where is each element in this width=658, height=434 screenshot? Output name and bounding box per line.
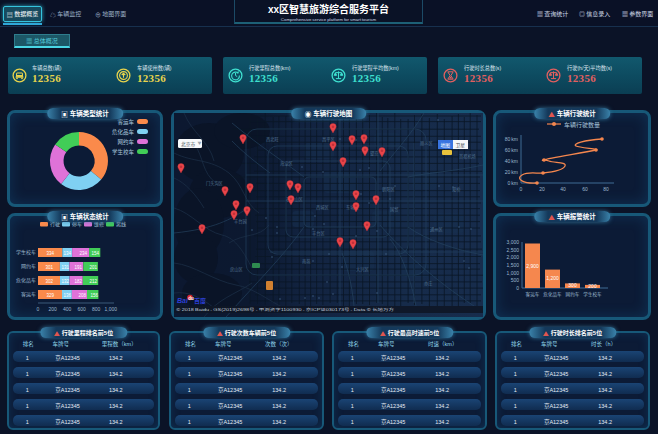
svg-text:望京: 望京 [370, 150, 378, 157]
svg-text:危化品车: 危化品车 [112, 128, 135, 136]
svg-text:1,500: 1,500 [506, 261, 519, 268]
svg-text:0 km: 0 km [507, 179, 518, 186]
svg-text:学生校车: 学生校车 [112, 148, 135, 156]
svg-text:0: 0 [520, 185, 523, 192]
svg-text:302: 302 [45, 278, 53, 284]
svg-text:学生校车: 学生校车 [583, 291, 602, 298]
svg-text:▼: ▼ [198, 140, 202, 146]
svg-text:门头沟区: 门头沟区 [206, 180, 223, 187]
svg-text:网约车: 网约车 [117, 138, 134, 146]
svg-text:© 2018 Baidu - GS(2019)2698号 -: © 2018 Baidu - GS(2019)2698号 - 甲测资字11009… [176, 306, 394, 312]
svg-text:2,900: 2,900 [526, 262, 539, 269]
svg-text:房山区: 房山区 [230, 266, 243, 273]
svg-text:0: 0 [37, 305, 40, 312]
svg-text:西北旺: 西北旺 [266, 136, 279, 143]
svg-text:卫星: 卫星 [456, 141, 466, 148]
svg-text:191: 191 [74, 264, 82, 270]
svg-text:西城区: 西城区 [316, 204, 329, 211]
svg-text:60 km: 60 km [505, 146, 518, 153]
svg-text:131: 131 [61, 264, 69, 270]
svg-text:首都机场: 首都机场 [459, 153, 476, 160]
svg-text:1,000: 1,000 [506, 269, 519, 276]
svg-text:客运车: 客运车 [117, 118, 134, 126]
svg-text:182: 182 [74, 278, 82, 284]
svg-text:60: 60 [582, 185, 588, 192]
svg-text:亦庄: 亦庄 [424, 280, 432, 287]
svg-text:客运车: 客运车 [526, 291, 540, 298]
svg-text:208: 208 [78, 292, 86, 298]
svg-text:132: 132 [61, 278, 69, 284]
svg-text:大兴区: 大兴区 [356, 266, 369, 273]
svg-text:网约车: 网约车 [566, 291, 580, 298]
svg-text:334: 334 [46, 250, 54, 256]
svg-text:136: 136 [63, 292, 71, 298]
svg-text:300: 300 [568, 281, 577, 288]
svg-text:200: 200 [588, 282, 597, 289]
svg-text:2,500: 2,500 [506, 246, 519, 253]
svg-text:丰台园: 丰台园 [234, 218, 247, 225]
svg-text:80: 80 [603, 185, 609, 192]
svg-text:40 km: 40 km [505, 157, 518, 164]
svg-text:156: 156 [90, 292, 98, 298]
svg-text:车辆行驶数量: 车辆行驶数量 [564, 120, 600, 129]
svg-text:154: 154 [91, 250, 99, 256]
svg-text:20: 20 [539, 185, 545, 192]
svg-text:顺义区: 顺义区 [420, 140, 433, 147]
svg-text:海淀区: 海淀区 [280, 160, 293, 167]
svg-text:400: 400 [63, 305, 72, 312]
svg-text:20 km: 20 km [505, 168, 518, 175]
svg-text:丰台区: 丰台区 [312, 230, 325, 237]
svg-text:3,000: 3,000 [506, 238, 519, 245]
svg-text:1,000: 1,000 [105, 305, 118, 312]
svg-text:80 km: 80 km [505, 135, 518, 142]
svg-text:客运车: 客运车 [21, 290, 36, 298]
svg-text:212: 212 [89, 278, 97, 284]
svg-text:301: 301 [45, 264, 53, 270]
svg-text:危化品车: 危化品车 [16, 276, 36, 284]
svg-text:134: 134 [63, 250, 71, 256]
svg-text:国贸: 国贸 [390, 206, 398, 213]
svg-text:危化品车: 危化品车 [543, 291, 562, 298]
svg-text:南苑: 南苑 [302, 258, 311, 265]
svg-text:800: 800 [92, 305, 101, 312]
svg-text:234: 234 [79, 250, 87, 256]
svg-text:网约车: 网约车 [21, 262, 36, 270]
svg-text:0: 0 [516, 284, 519, 291]
svg-text:百度: 百度 [194, 296, 206, 305]
svg-text:40: 40 [560, 185, 566, 192]
svg-text:北京市: 北京市 [181, 140, 196, 148]
svg-text:329: 329 [46, 292, 54, 298]
svg-text:200: 200 [48, 305, 57, 312]
svg-text:Bai: Bai [177, 295, 189, 305]
svg-text:学生校车: 学生校车 [16, 248, 36, 256]
svg-text:2,000: 2,000 [506, 253, 519, 260]
svg-text:201: 201 [89, 264, 97, 270]
svg-text:600: 600 [78, 305, 87, 312]
svg-text:500: 500 [511, 276, 520, 283]
svg-text:朝阳区: 朝阳区 [382, 186, 395, 193]
svg-text:地图: 地图 [441, 141, 451, 149]
svg-text:通州区: 通州区 [430, 226, 443, 233]
svg-text:1,200: 1,200 [546, 274, 559, 281]
